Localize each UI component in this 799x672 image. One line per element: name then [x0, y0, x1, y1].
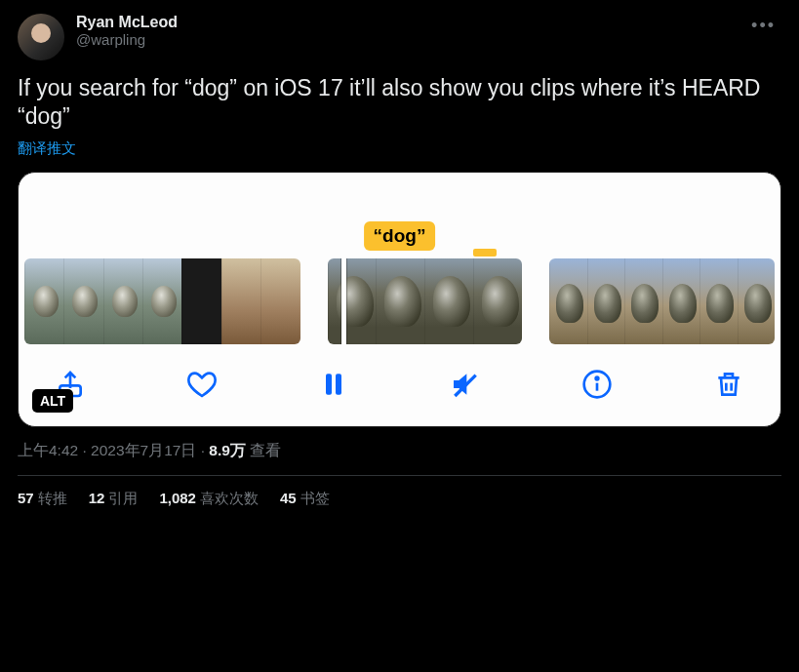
tweet-header: Ryan McLeod @warpling ••• [18, 14, 781, 60]
video-frame [424, 258, 473, 344]
video-frame [142, 258, 181, 344]
video-frame [473, 258, 522, 344]
video-frame [699, 258, 737, 344]
svg-rect-1 [326, 374, 332, 394]
display-name: Ryan McLeod [76, 14, 745, 31]
video-frame [221, 258, 260, 344]
stat-quotes[interactable]: 12引用 [89, 490, 139, 508]
video-frame [328, 258, 377, 344]
author-names[interactable]: Ryan McLeod @warpling [76, 14, 745, 48]
mute-icon[interactable] [447, 366, 484, 403]
media-card[interactable]: “dog” [18, 172, 781, 427]
stat-retweets[interactable]: 57转推 [18, 490, 67, 508]
info-icon[interactable] [579, 366, 616, 403]
video-frame [24, 258, 63, 344]
tweet-text: If you search for “dog” on iOS 17 it’ll … [18, 74, 781, 132]
clip-group-left[interactable] [24, 258, 300, 344]
media-toolbar [19, 346, 780, 411]
video-frame [624, 258, 661, 344]
video-frame [181, 258, 220, 344]
stat-likes[interactable]: 1,082喜欢次数 [159, 490, 259, 508]
video-frame [549, 258, 586, 344]
translate-link[interactable]: 翻译推文 [18, 139, 76, 158]
video-frame [260, 258, 300, 344]
timeline-row[interactable] [19, 257, 780, 346]
stats-row: 57转推 12引用 1,082喜欢次数 45书签 [18, 476, 781, 522]
post-time[interactable]: 上午4:42 [18, 442, 78, 458]
stat-bookmarks[interactable]: 45书签 [280, 490, 330, 508]
avatar[interactable] [18, 14, 64, 60]
playhead-marker [473, 249, 497, 257]
video-frame [662, 258, 699, 344]
more-icon[interactable]: ••• [745, 14, 781, 46]
svg-rect-2 [336, 374, 341, 394]
playhead-icon[interactable] [341, 258, 346, 344]
media-top: “dog” [19, 173, 780, 257]
video-frame [587, 258, 624, 344]
views-label: 查看 [250, 442, 281, 458]
meta-row: 上午4:42 · 2023年7月17日 · 8.9万 查看 [18, 441, 781, 476]
video-frame [376, 258, 424, 344]
clip-group-main[interactable] [328, 258, 523, 344]
heart-icon[interactable] [183, 366, 220, 403]
svg-point-6 [596, 377, 599, 380]
trash-icon[interactable] [710, 366, 747, 403]
video-frame [738, 258, 775, 344]
tweet-container: Ryan McLeod @warpling ••• If you search … [0, 0, 799, 530]
views-count: 8.9万 [209, 442, 246, 458]
post-date[interactable]: 2023年7月17日 [91, 442, 196, 458]
caption-pill: “dog” [364, 221, 436, 251]
video-frame [103, 258, 142, 344]
alt-badge[interactable]: ALT [32, 389, 73, 413]
video-frame [63, 258, 102, 344]
clip-group-right[interactable] [549, 258, 775, 344]
handle: @warpling [76, 31, 745, 48]
pause-icon[interactable] [315, 366, 352, 403]
